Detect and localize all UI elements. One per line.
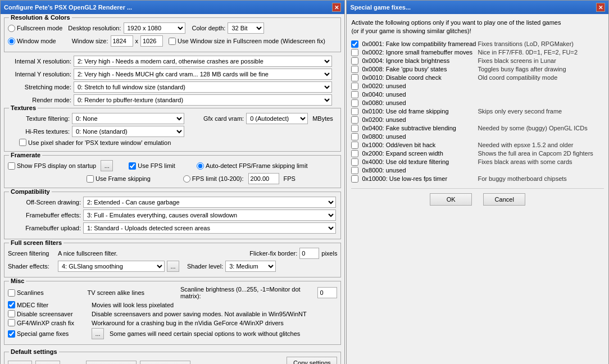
shader-eff-select[interactable]: 4: GLSlang smoothing [58,261,165,272]
desktop-resolution-select[interactable]: 1920 x 1080 [124,22,185,34]
copy-settings-button[interactable]: Copy settings to clipboard [287,357,337,364]
screensaver-checkbox[interactable] [8,310,15,317]
fps-limit-radio[interactable] [183,175,190,183]
shader-extra-btn[interactable]: ... [167,261,179,272]
internal-x-row: Internal X resolution: 2: Very high - Ne… [4,56,341,106]
fps-extra-btn[interactable]: ... [101,160,113,171]
widescreen-check-label[interactable]: Use Window size in Fullscreen mode (Wide… [169,38,325,45]
dialog-close-button[interactable]: ✕ [596,3,605,12]
fix-row-0008: 0x0008: Fake 'gpu busy' states Toggles b… [351,66,604,73]
fix-checkbox-0008[interactable] [351,66,358,73]
stretching-label: Stretching mode: [4,84,71,90]
fix-checkbox-0200[interactable] [351,116,358,124]
dialog-title-bar: Special game fixes... ✕ [347,1,608,14]
gf4-checkbox[interactable] [8,319,15,326]
fix-row-0080: 0x0080: unused [351,99,604,107]
fix-row-0010: 0x0010: Disable coord check Old coord co… [351,74,604,81]
fix-row-2000: 0x2000: Expand screen width Shows the fu… [351,150,604,157]
auto-detect-radio[interactable] [197,162,204,170]
show-fps-label[interactable]: Show FPS display on startup [8,162,96,170]
fix-row-0002: 0x0002: Ignore small framebuffer moves N… [351,49,604,56]
vram-select[interactable]: 0 (Autodetect) [246,113,308,124]
fullscreen-radio[interactable] [8,25,15,32]
hires-select[interactable]: 0: None (standard) [72,126,184,137]
special-fixes-btn[interactable]: ... [92,328,104,339]
misc-group: Misc Scanlines TV screen alike lines Sca… [4,281,341,345]
render-label: Render mode: [4,97,71,103]
dialog-content: Activate the following options only if y… [347,14,608,210]
shader-checkbox[interactable] [19,139,26,146]
auto-detect-radio-label[interactable]: Auto-detect FPS/Frame skipping limit [197,162,308,170]
fixes-list: 0x0001: Fake low compatibility frameread… [351,40,604,183]
main-window: Configure Pete's PSX OpenGL2 Renderer ..… [0,0,345,364]
mdec-check-label[interactable]: MDEC filter [8,301,89,308]
flicker-input[interactable] [299,248,319,259]
internal-y-select[interactable]: 2: Very high - Needs MUCH gfx card vram.… [74,69,332,80]
off-screen-select[interactable]: 2: Extended - Can cause garbage [83,197,336,208]
dialog-buttons: OK Cancel [351,188,604,206]
scanlines-check-label[interactable]: Scanlines [8,289,85,297]
fps-limit-radio-label[interactable]: FPS limit (10-200): [183,175,244,183]
framebuffer-up-select[interactable]: 1: Standard - Uploads detected screen ar… [83,222,336,234]
fix-checkbox-0400[interactable] [351,125,358,132]
color-depth-select[interactable]: 32 Bit [228,22,264,34]
shader-check-label[interactable]: Use pixel shader for 'PSX texture window… [19,139,171,146]
fix-checkbox-0020[interactable] [351,83,358,90]
window-height-input[interactable] [140,35,163,47]
use-fps-limit-label[interactable]: Use FPS limit [129,162,175,170]
dialog-ok-button[interactable]: OK [430,193,472,206]
gf4-check-label[interactable]: GF4/WinXP crash fix [8,319,89,326]
nice-button[interactable]: Nice [35,361,60,364]
ok-button[interactable]: OK [86,361,137,364]
shader-level-select[interactable]: 3: Medium [225,261,276,272]
show-fps-checkbox[interactable] [8,162,15,170]
fix-checkbox-2000[interactable] [351,150,358,157]
fullscreen-filters-group: Full screen filters Screen filtering A n… [4,243,341,277]
dialog-intro-text: Activate the following options only if y… [351,19,604,36]
cancel-button[interactable]: Cancel [140,361,190,364]
framebuffer-eff-select[interactable]: 3: Full - Emulates everything, causes ov… [83,210,336,221]
window-mode-radio[interactable] [8,38,15,45]
fix-checkbox-0002[interactable] [351,49,358,56]
scanline-brightness-input[interactable] [317,287,337,298]
fullscreen-radio-label[interactable]: Fullscreen mode [8,25,62,32]
special-fixes-check-label[interactable]: Special game fixes [8,330,89,338]
screensaver-check-label[interactable]: Disable screensaver [8,310,89,317]
misc-label: Misc [9,277,26,284]
texture-filter-select[interactable]: 0: None [72,113,184,124]
framerate-label: Framerate [9,152,42,158]
fix-checkbox-0040[interactable] [351,91,358,98]
use-fps-limit-checkbox[interactable] [129,162,136,170]
fullscreen-filters-label: Full screen filters [9,239,63,246]
fix-checkbox-0080[interactable] [351,99,358,107]
fix-row-0040: 0x0040: unused [351,91,604,98]
fix-checkbox-10000[interactable] [351,175,358,183]
fast-button[interactable]: Fast [8,361,32,364]
special-fixes-checkbox[interactable] [8,330,15,338]
fix-checkbox-0800[interactable] [351,133,358,140]
frame-skip-checkbox[interactable] [87,175,94,183]
window-mode-radio-label[interactable]: Window mode [8,38,56,45]
render-select[interactable]: 0: Render to pbuffer-texture (standard) [74,94,332,106]
fix-checkbox-0010[interactable] [351,74,358,81]
scanlines-checkbox[interactable] [8,289,15,297]
frame-skip-label[interactable]: Use Frame skipping [87,175,151,183]
fix-checkbox-8000[interactable] [351,167,358,174]
internal-x-select[interactable]: 2: Very high - Needs a modern card, othe… [74,56,332,67]
resolution-colors-label: Resolution & Colors [9,14,72,21]
dialog-cancel-button[interactable]: Cancel [483,193,525,206]
fps-limit-input[interactable] [248,173,279,184]
window-width-input[interactable] [111,35,133,47]
widescreen-checkbox[interactable] [169,38,176,45]
fix-checkbox-0100[interactable] [351,108,358,115]
fix-checkbox-0004[interactable] [351,57,358,65]
fix-checkbox-4000[interactable] [351,158,358,166]
textures-label: Textures [9,104,38,111]
fix-checkbox-0001[interactable] [351,40,358,48]
fix-checkbox-1000[interactable] [351,142,358,149]
resolution-colors-group: Resolution & Colors Fullscreen mode Desk… [4,17,341,52]
stretching-select[interactable]: 0: Stretch to full window size (standard… [74,81,332,93]
mdec-checkbox[interactable] [8,301,15,308]
main-close-button[interactable]: ✕ [332,3,341,12]
dialog-title: Special game fixes... [350,4,411,11]
